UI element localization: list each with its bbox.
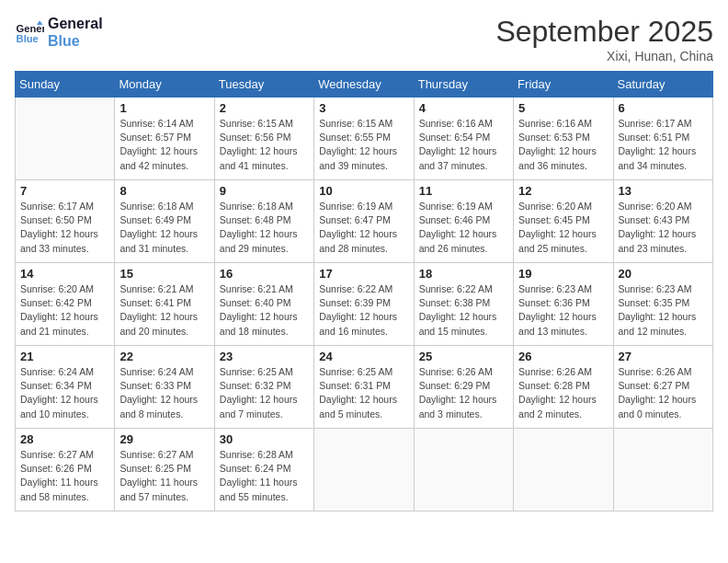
weekday-header-friday: Friday (514, 72, 613, 98)
day-number: 10 (319, 184, 408, 198)
day-number: 1 (119, 101, 209, 115)
day-info: Sunrise: 6:24 AMSunset: 6:33 PMDaylight:… (119, 365, 209, 421)
weekday-header-sunday: Sunday (16, 72, 115, 98)
calendar-cell: 30Sunrise: 6:28 AMSunset: 6:24 PMDayligh… (214, 429, 313, 511)
calendar-cell: 29Sunrise: 6:27 AMSunset: 6:25 PMDayligh… (115, 429, 214, 511)
day-info: Sunrise: 6:28 AMSunset: 6:24 PMDaylight:… (220, 448, 309, 504)
calendar-cell: 2Sunrise: 6:15 AMSunset: 6:56 PMDaylight… (214, 98, 313, 180)
day-info: Sunrise: 6:15 AMSunset: 6:56 PMDaylight:… (220, 117, 309, 173)
calendar-week-2: 7Sunrise: 6:17 AMSunset: 6:50 PMDaylight… (16, 180, 713, 263)
day-info: Sunrise: 6:25 AMSunset: 6:32 PMDaylight:… (220, 365, 309, 421)
calendar-cell: 19Sunrise: 6:23 AMSunset: 6:36 PMDayligh… (514, 263, 613, 346)
day-number: 24 (319, 350, 408, 363)
calendar-week-3: 14Sunrise: 6:20 AMSunset: 6:42 PMDayligh… (16, 263, 713, 346)
location: Xixi, Hunan, China (495, 49, 713, 63)
weekday-header-saturday: Saturday (613, 72, 712, 98)
day-number: 17 (319, 267, 408, 281)
day-info: Sunrise: 6:27 AMSunset: 6:26 PMDaylight:… (20, 448, 109, 504)
calendar-cell: 24Sunrise: 6:25 AMSunset: 6:31 PMDayligh… (314, 346, 414, 429)
day-number: 25 (419, 350, 508, 363)
calendar-cell: 23Sunrise: 6:25 AMSunset: 6:32 PMDayligh… (214, 346, 313, 429)
day-info: Sunrise: 6:18 AMSunset: 6:48 PMDaylight:… (220, 200, 309, 256)
calendar-cell: 11Sunrise: 6:19 AMSunset: 6:46 PMDayligh… (414, 180, 513, 263)
day-number: 20 (619, 267, 708, 281)
logo: General Blue General Blue (15, 15, 103, 50)
day-info: Sunrise: 6:15 AMSunset: 6:55 PMDaylight:… (319, 117, 408, 173)
logo-blue: Blue (48, 32, 103, 50)
day-number: 7 (20, 184, 109, 198)
calendar-cell: 22Sunrise: 6:24 AMSunset: 6:33 PMDayligh… (115, 346, 214, 429)
title-block: September 2025 Xixi, Hunan, China (495, 15, 713, 63)
day-number: 5 (518, 101, 608, 115)
calendar-cell: 18Sunrise: 6:22 AMSunset: 6:38 PMDayligh… (414, 263, 513, 346)
day-info: Sunrise: 6:20 AMSunset: 6:43 PMDaylight:… (619, 200, 708, 256)
day-info: Sunrise: 6:17 AMSunset: 6:51 PMDaylight:… (619, 117, 708, 173)
day-number: 11 (419, 184, 508, 198)
calendar-cell (613, 429, 712, 511)
day-number: 9 (220, 184, 309, 198)
day-number: 21 (20, 350, 109, 363)
calendar-cell: 28Sunrise: 6:27 AMSunset: 6:26 PMDayligh… (16, 429, 115, 511)
day-number: 2 (220, 101, 309, 115)
day-number: 8 (119, 184, 209, 198)
calendar-cell: 3Sunrise: 6:15 AMSunset: 6:55 PMDaylight… (314, 98, 414, 180)
weekday-header-wednesday: Wednesday (314, 72, 414, 98)
day-info: Sunrise: 6:14 AMSunset: 6:57 PMDaylight:… (119, 117, 209, 173)
calendar-cell (414, 429, 513, 511)
calendar-cell: 27Sunrise: 6:26 AMSunset: 6:27 PMDayligh… (613, 346, 712, 429)
day-info: Sunrise: 6:23 AMSunset: 6:35 PMDaylight:… (619, 282, 708, 339)
day-info: Sunrise: 6:17 AMSunset: 6:50 PMDaylight:… (20, 200, 109, 256)
day-info: Sunrise: 6:21 AMSunset: 6:40 PMDaylight:… (220, 282, 309, 339)
day-info: Sunrise: 6:26 AMSunset: 6:27 PMDaylight:… (619, 365, 708, 421)
calendar-cell: 13Sunrise: 6:20 AMSunset: 6:43 PMDayligh… (613, 180, 712, 263)
svg-text:Blue: Blue (17, 33, 39, 44)
weekday-header-row: SundayMondayTuesdayWednesdayThursdayFrid… (16, 72, 713, 98)
calendar-cell: 14Sunrise: 6:20 AMSunset: 6:42 PMDayligh… (16, 263, 115, 346)
calendar-table: SundayMondayTuesdayWednesdayThursdayFrid… (15, 71, 713, 511)
day-info: Sunrise: 6:26 AMSunset: 6:28 PMDaylight:… (518, 365, 608, 421)
logo-icon: General Blue (15, 17, 44, 47)
calendar-cell: 7Sunrise: 6:17 AMSunset: 6:50 PMDaylight… (16, 180, 115, 263)
day-number: 27 (619, 350, 708, 363)
day-info: Sunrise: 6:27 AMSunset: 6:25 PMDaylight:… (119, 448, 209, 504)
calendar-cell: 15Sunrise: 6:21 AMSunset: 6:41 PMDayligh… (115, 263, 214, 346)
day-number: 6 (619, 101, 708, 115)
day-info: Sunrise: 6:19 AMSunset: 6:46 PMDaylight:… (419, 200, 508, 256)
day-number: 29 (119, 432, 209, 446)
calendar-cell: 21Sunrise: 6:24 AMSunset: 6:34 PMDayligh… (16, 346, 115, 429)
calendar-cell: 10Sunrise: 6:19 AMSunset: 6:47 PMDayligh… (314, 180, 414, 263)
day-info: Sunrise: 6:16 AMSunset: 6:54 PMDaylight:… (419, 117, 508, 173)
calendar-cell (314, 429, 414, 511)
calendar-cell: 9Sunrise: 6:18 AMSunset: 6:48 PMDaylight… (214, 180, 313, 263)
weekday-header-tuesday: Tuesday (214, 72, 313, 98)
calendar-week-1: 1Sunrise: 6:14 AMSunset: 6:57 PMDaylight… (16, 98, 713, 180)
calendar-cell: 8Sunrise: 6:18 AMSunset: 6:49 PMDaylight… (115, 180, 214, 263)
day-info: Sunrise: 6:24 AMSunset: 6:34 PMDaylight:… (20, 365, 109, 421)
day-info: Sunrise: 6:26 AMSunset: 6:29 PMDaylight:… (419, 365, 508, 421)
calendar-cell: 4Sunrise: 6:16 AMSunset: 6:54 PMDaylight… (414, 98, 513, 180)
page-header: General Blue General Blue September 2025… (15, 15, 713, 63)
day-info: Sunrise: 6:22 AMSunset: 6:38 PMDaylight:… (419, 282, 508, 339)
day-number: 18 (419, 267, 508, 281)
calendar-cell: 6Sunrise: 6:17 AMSunset: 6:51 PMDaylight… (613, 98, 712, 180)
day-number: 15 (119, 267, 209, 281)
day-info: Sunrise: 6:16 AMSunset: 6:53 PMDaylight:… (518, 117, 608, 173)
day-number: 23 (220, 350, 309, 363)
weekday-header-thursday: Thursday (414, 72, 513, 98)
day-number: 13 (619, 184, 708, 198)
calendar-cell: 25Sunrise: 6:26 AMSunset: 6:29 PMDayligh… (414, 346, 513, 429)
day-info: Sunrise: 6:20 AMSunset: 6:42 PMDaylight:… (20, 282, 109, 339)
weekday-header-monday: Monday (115, 72, 214, 98)
day-info: Sunrise: 6:23 AMSunset: 6:36 PMDaylight:… (518, 282, 608, 339)
day-number: 12 (518, 184, 608, 198)
day-number: 4 (419, 101, 508, 115)
month-title: September 2025 (495, 15, 713, 49)
day-number: 26 (518, 350, 608, 363)
day-number: 30 (220, 432, 309, 446)
calendar-cell (16, 98, 115, 180)
day-info: Sunrise: 6:21 AMSunset: 6:41 PMDaylight:… (119, 282, 209, 339)
day-number: 3 (319, 101, 408, 115)
day-info: Sunrise: 6:20 AMSunset: 6:45 PMDaylight:… (518, 200, 608, 256)
day-info: Sunrise: 6:22 AMSunset: 6:39 PMDaylight:… (319, 282, 408, 339)
calendar-cell: 1Sunrise: 6:14 AMSunset: 6:57 PMDaylight… (115, 98, 214, 180)
